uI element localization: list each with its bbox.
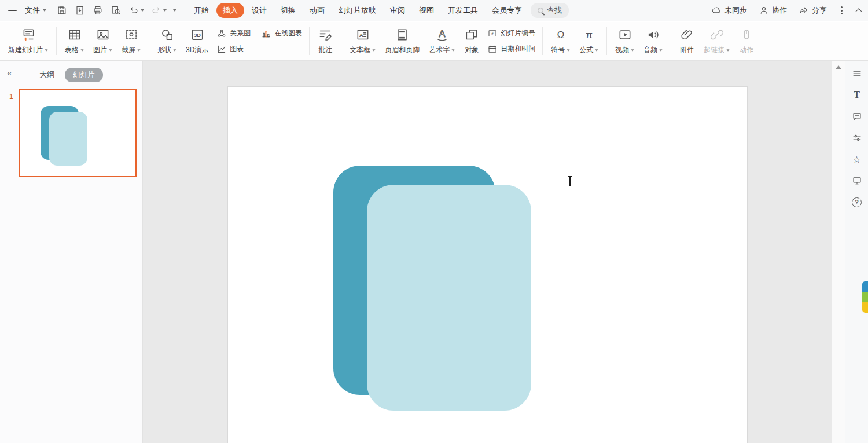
relation-diagram-label: 关系图 (230, 28, 251, 38)
collapse-panel-icon[interactable]: « (7, 68, 12, 77)
chart-button[interactable]: 图表 (216, 44, 244, 54)
rounded-rectangle-front[interactable] (367, 185, 531, 411)
tab-member[interactable]: 会员专享 (486, 3, 528, 18)
slide-number-icon: # (487, 28, 498, 39)
ribbon-divider (309, 27, 310, 55)
video-button[interactable]: 视频 (610, 24, 639, 58)
share-button[interactable]: 分享 (799, 5, 827, 16)
picture-button[interactable]: 图片 (89, 24, 117, 58)
slide-number: 1 (9, 93, 13, 101)
diagram-group: 关系图 在线图表 图表 (213, 24, 306, 58)
task-pane-button[interactable] (851, 68, 863, 79)
tab-developer[interactable]: 开发工具 (442, 3, 484, 18)
collaborate-label: 协作 (772, 5, 787, 16)
find-button[interactable]: 查找 (531, 3, 569, 18)
export-button[interactable] (72, 3, 87, 17)
attachment-label: 附件 (680, 45, 694, 55)
tab-animation[interactable]: 动画 (303, 3, 331, 18)
slide-meta-group: # 幻灯片编号 日期和时间 (484, 24, 539, 58)
chevron-down-icon (660, 49, 663, 51)
save-icon (56, 5, 68, 16)
header-footer-label: 页眉和页脚 (385, 45, 420, 55)
slide-list: 1 (0, 88, 142, 186)
print-button[interactable] (90, 3, 105, 17)
wordart-button[interactable]: A 艺术字 (424, 24, 459, 58)
chevron-down-icon (137, 49, 140, 51)
shapes-button[interactable]: 形状 (153, 24, 181, 58)
editing-canvas[interactable] (143, 61, 832, 443)
chart-icon (216, 44, 227, 54)
date-time-button[interactable]: 日期和时间 (487, 44, 535, 54)
text-tool-button[interactable]: T (851, 89, 863, 101)
attachment-button[interactable]: 附件 (675, 24, 699, 58)
vertical-scrollbar[interactable] (832, 61, 845, 443)
svg-text:Ω: Ω (557, 29, 564, 41)
scroll-up-icon[interactable] (836, 65, 841, 69)
chevron-down-icon (43, 9, 46, 12)
redo-button[interactable] (149, 3, 168, 17)
svg-text:π: π (586, 29, 593, 41)
file-menu[interactable]: 文件 (21, 5, 50, 16)
slide-panel: « 大纲 幻灯片 1 (0, 61, 143, 443)
print-preview-button[interactable] (108, 3, 123, 17)
audio-button[interactable]: 音频 (639, 24, 667, 58)
symbol-icon: Ω (553, 27, 568, 42)
header-footer-button[interactable]: 页眉和页脚 (380, 24, 424, 58)
tab-view[interactable]: 视图 (413, 3, 440, 18)
favorites-button[interactable]: ☆ (851, 153, 863, 165)
theme-widget[interactable] (862, 281, 868, 313)
ribbon-divider (341, 27, 341, 55)
slide-page[interactable] (227, 86, 748, 443)
date-time-label: 日期和时间 (501, 44, 535, 54)
help-button[interactable]: ? (851, 196, 863, 208)
sync-status[interactable]: 未同步 (711, 5, 747, 16)
tab-slideshow[interactable]: 幻灯片放映 (332, 3, 382, 18)
tab-home[interactable]: 开始 (187, 3, 215, 18)
more-options-icon[interactable] (838, 6, 845, 14)
redo-icon (150, 5, 162, 16)
comment-button[interactable]: 批注 (313, 24, 337, 58)
slide-number-label: 幻灯片编号 (501, 28, 535, 38)
slide-thumbnail[interactable] (19, 89, 137, 177)
formula-button[interactable]: π 公式 (575, 24, 603, 58)
picture-icon (95, 27, 111, 42)
tab-design[interactable]: 设计 (245, 3, 273, 18)
chevron-down-icon (173, 9, 176, 12)
tab-review[interactable]: 审阅 (384, 3, 411, 18)
object-button[interactable]: 对象 (459, 24, 484, 58)
text-cursor (569, 177, 571, 186)
chevron-down-icon (567, 49, 570, 51)
collapse-ribbon-icon[interactable] (855, 8, 862, 14)
presentation-3d-button[interactable]: 3D 3D演示 (181, 24, 213, 58)
tab-slides[interactable]: 幻灯片 (65, 68, 103, 82)
file-menu-label: 文件 (25, 5, 40, 16)
video-label: 视频 (615, 45, 629, 55)
formula-label: 公式 (579, 45, 593, 55)
object-properties-button[interactable] (851, 132, 863, 144)
tab-transitions[interactable]: 切换 (274, 3, 302, 18)
main-menu-icon[interactable] (8, 8, 17, 14)
hyperlink-button[interactable]: 超链接 (699, 24, 734, 58)
undo-button[interactable] (126, 3, 146, 17)
customize-toolbar-button[interactable] (171, 3, 178, 17)
present-pane-button[interactable] (851, 175, 863, 186)
tab-outline[interactable]: 大纲 (39, 69, 54, 80)
audio-label: 音频 (643, 45, 657, 55)
comment-bubble-icon (852, 111, 862, 122)
textbox-button[interactable]: A 文本框 (345, 24, 380, 58)
comment-pane-button[interactable] (851, 111, 863, 122)
action-button[interactable]: 动作 (734, 24, 759, 58)
screenshot-button[interactable]: 截屏 (117, 24, 145, 58)
table-button[interactable]: 表格 (60, 24, 89, 58)
symbol-button[interactable]: Ω 符号 (546, 24, 575, 58)
relation-diagram-button[interactable]: 关系图 (216, 28, 251, 39)
tab-insert[interactable]: 插入 (216, 3, 244, 18)
save-button[interactable] (54, 3, 69, 17)
collaborate-button[interactable]: 协作 (759, 5, 787, 16)
slide-number-button[interactable]: # 幻灯片编号 (487, 28, 535, 39)
thumbnail-front-shape (49, 112, 87, 166)
comment-icon (318, 27, 333, 42)
new-slide-button[interactable]: 新建幻灯片 (3, 24, 53, 58)
online-chart-button[interactable]: 在线图表 (261, 28, 302, 39)
online-chart-label: 在线图表 (274, 28, 302, 38)
